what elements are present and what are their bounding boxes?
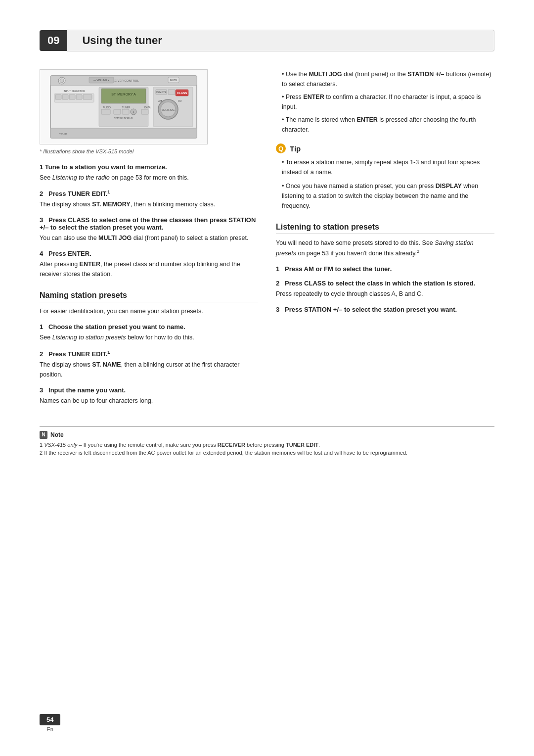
naming-step3-text: Names can be up to four characters long. <box>40 396 258 406</box>
intro-step3-text: You can also use the MULTI JOG dial (fro… <box>40 233 258 243</box>
note-item-1: 1 VSX-415 only – If you're using the rem… <box>40 441 494 449</box>
svg-rect-27 <box>141 109 148 114</box>
svg-text:STATION  DISPLAY: STATION DISPLAY <box>114 117 134 120</box>
tip-label: Tip <box>290 144 301 153</box>
content-columns: RECEIVER CONTROL — VOLUME + MUTE INPUT S… <box>40 69 494 409</box>
listening-intro: You will need to have some presets store… <box>276 238 494 258</box>
svg-rect-34 <box>168 90 175 94</box>
sup1: 1 <box>107 189 110 194</box>
note-icon: N <box>40 431 47 439</box>
naming-step1-text: See Listening to station presets below f… <box>40 332 258 342</box>
svg-rect-23 <box>122 109 129 114</box>
naming-step2-heading: 2 Press TUNER EDIT.1 <box>40 349 258 357</box>
svg-rect-14 <box>76 94 82 99</box>
page-number-box: 54 En <box>40 714 60 732</box>
svg-text:CLASS: CLASS <box>177 92 187 94</box>
bullet3: The name is stored when ENTER is pressed… <box>276 115 494 135</box>
svg-rect-11 <box>55 94 61 99</box>
svg-text:MUTE: MUTE <box>170 79 178 82</box>
listening-step1-heading: 1 Press AM or FM to select the tuner. <box>276 265 494 273</box>
illustration-caption: * Illustrations show the VSX-515 model <box>40 148 258 154</box>
right-column: Use the MULTI JOG dial (front panel) or … <box>276 69 494 409</box>
svg-text:AM: AM <box>158 99 162 102</box>
svg-rect-15 <box>83 94 92 99</box>
svg-rect-17 <box>101 89 146 103</box>
svg-text:ST. MEMORY  A: ST. MEMORY A <box>111 93 136 96</box>
tip-heading: Q Tip <box>276 143 494 153</box>
chapter-title: Using the tuner <box>67 30 494 51</box>
svg-text:+: + <box>133 110 135 114</box>
listening-step2-heading: 2 Press CLASS to select the class in whi… <box>276 280 494 287</box>
naming-intro: For easier identification, you can name … <box>40 306 258 316</box>
device-image: RECEIVER CONTROL — VOLUME + MUTE INPUT S… <box>40 69 208 144</box>
listening-step2-text: Press repeatedly to cycle through classe… <box>276 289 494 299</box>
svg-point-6 <box>60 79 64 83</box>
naming-step3-heading: 3 Input the name you want. <box>40 386 258 394</box>
sup2: 1 <box>107 349 110 354</box>
note-box: N Note 1 VSX-415 only – If you're using … <box>40 426 494 457</box>
svg-rect-13 <box>69 94 75 99</box>
intro-step2-heading: 2 Press TUNER EDIT.1 <box>40 189 258 197</box>
tip-item-2: Once you have named a station preset, yo… <box>276 181 494 211</box>
tip-icon: Q <box>276 143 286 153</box>
svg-rect-20 <box>101 109 110 114</box>
intro-step2-text: The display shows ST. MEMORY, then a bli… <box>40 199 258 209</box>
chapter-number: 09 <box>40 30 67 51</box>
naming-step2-text: The display shows ST. NAME, then a blink… <box>40 360 258 379</box>
sup-note2: 2 <box>417 249 419 254</box>
svg-text:TUNER: TUNER <box>122 106 131 109</box>
tip-box: Q Tip To erase a station name, simply re… <box>276 143 494 211</box>
naming-step1-heading: 1 Choose the station preset you want to … <box>40 323 258 331</box>
svg-text:AUDIO: AUDIO <box>103 106 111 109</box>
svg-text:INPUT SELECTOR: INPUT SELECTOR <box>63 90 85 93</box>
svg-text:VSX-515: VSX-515 <box>59 133 68 135</box>
note-label: Note <box>50 431 64 438</box>
left-column: RECEIVER CONTROL — VOLUME + MUTE INPUT S… <box>40 69 258 409</box>
intro-step3-heading: 3 Press CLASS to select one of the three… <box>40 216 258 231</box>
note-heading: N Note <box>40 431 494 439</box>
bullet2: Press ENTER to confirm a character. If n… <box>276 92 494 112</box>
intro-step1-heading: 1 Tune to a station you want to memorize… <box>40 163 258 171</box>
page-lang: En <box>40 726 60 732</box>
bullet1: Use the MULTI JOG dial (front panel) or … <box>276 69 494 89</box>
intro-step4-text: After pressing ENTER, the preset class a… <box>40 259 258 279</box>
naming-section-heading: Naming station presets <box>40 291 258 302</box>
chapter-header: 09 Using the tuner <box>40 30 494 51</box>
listening-section-heading: Listening to station presets <box>276 223 494 234</box>
intro-step1-text: See Listening to the radio on page 53 fo… <box>40 173 258 183</box>
svg-rect-40 <box>50 128 197 138</box>
svg-text:DATA: DATA <box>144 106 151 109</box>
svg-text:FM: FM <box>178 99 181 102</box>
svg-rect-12 <box>62 94 68 99</box>
note-item-2: 2 If the receiver is left disconnected f… <box>40 449 494 457</box>
page-container: 09 Using the tuner RECEIVER CONTROL <box>0 0 534 756</box>
listening-step3-heading: 3 Press STATION +/– to select the statio… <box>276 306 494 313</box>
intro-step4-heading: 4 Press ENTER. <box>40 250 258 257</box>
svg-text:— VOLUME +: — VOLUME + <box>93 79 109 82</box>
device-svg: RECEIVER CONTROL — VOLUME + MUTE INPUT S… <box>40 70 207 144</box>
svg-rect-22 <box>114 109 121 114</box>
svg-text:MULTI JOG: MULTI JOG <box>162 108 175 111</box>
page-number: 54 <box>40 714 60 725</box>
tip-item-1: To erase a station name, simply repeat s… <box>276 157 494 177</box>
svg-text:REMOTE: REMOTE <box>156 91 167 94</box>
